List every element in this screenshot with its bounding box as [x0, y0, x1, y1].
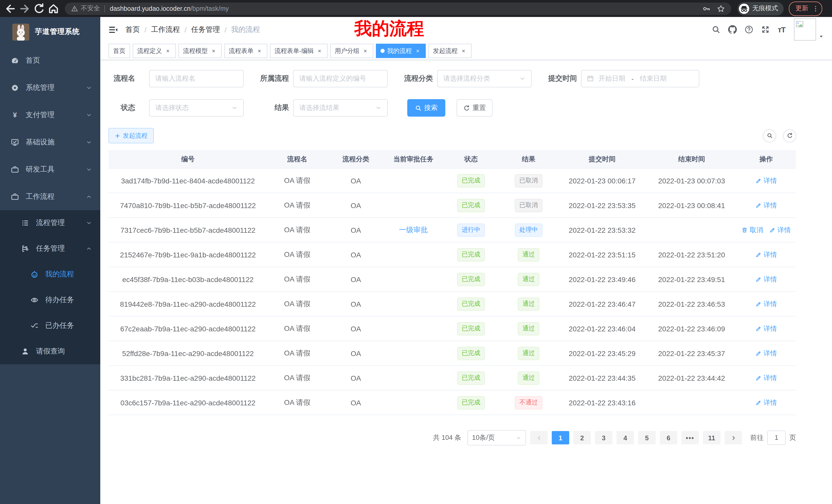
page-button-4[interactable]: 4: [617, 431, 634, 444]
browser-menu-icon[interactable]: [812, 5, 819, 12]
result-badge: 处理中: [515, 223, 543, 236]
fullscreen-icon[interactable]: [761, 25, 770, 34]
cell-actions: 详情: [736, 291, 796, 316]
action-详情[interactable]: 详情: [755, 176, 777, 185]
close-icon[interactable]: ×: [460, 48, 467, 54]
update-button[interactable]: 更新: [789, 1, 822, 16]
tab-流程表单[interactable]: 流程表单×: [224, 44, 267, 58]
action-取消[interactable]: 取消: [742, 225, 763, 234]
sidebar-item-基础设施[interactable]: 基础设施: [0, 129, 100, 156]
close-icon[interactable]: ×: [414, 48, 421, 54]
current-task-link[interactable]: 一级审批: [399, 225, 428, 233]
refresh-table-button[interactable]: [783, 129, 796, 142]
sidebar-item-已办任务[interactable]: 已办任务: [0, 313, 100, 339]
pen-icon: [755, 399, 761, 405]
tab-流程模型[interactable]: 流程模型×: [178, 44, 222, 58]
more-pages-button[interactable]: •••: [681, 431, 699, 444]
font-size-icon[interactable]: тT: [778, 25, 785, 34]
page-button-5[interactable]: 5: [638, 431, 656, 444]
yen-icon: ¥: [11, 111, 19, 119]
status-select[interactable]: 请选择状态: [149, 99, 244, 117]
sidebar-item-label: 支付管理: [26, 110, 54, 119]
action-详情[interactable]: 详情: [755, 201, 777, 210]
result-select[interactable]: 请选择流结果: [293, 99, 388, 117]
action-详情[interactable]: 详情: [755, 324, 777, 333]
breadcrumb-item[interactable]: 任务管理: [191, 25, 220, 34]
action-详情[interactable]: 详情: [755, 299, 777, 309]
user-avatar[interactable]: [794, 19, 824, 40]
process-name-input[interactable]: 请输入流程名: [149, 70, 244, 87]
breadcrumb-item[interactable]: 工作流程: [151, 25, 180, 34]
page-button-6[interactable]: 6: [660, 431, 677, 444]
goto-page-input[interactable]: 1: [767, 430, 786, 445]
bookmark-star-icon[interactable]: [717, 4, 725, 12]
sidebar-item-label: 流程管理: [36, 218, 65, 228]
tab-用户分组[interactable]: 用户分组×: [330, 44, 373, 58]
toggle-search-button[interactable]: [763, 129, 776, 142]
page-button-2[interactable]: 2: [573, 431, 591, 444]
action-详情[interactable]: 详情: [755, 348, 777, 358]
tab-流程定义[interactable]: 流程定义×: [133, 44, 176, 58]
sidebar-item-研发工具[interactable]: 研发工具: [0, 156, 100, 183]
total-count: 共 104 条: [433, 433, 461, 442]
tab-流程表单-编辑[interactable]: 流程表单-编辑×: [270, 44, 328, 58]
category-select[interactable]: 请选择流程分类: [437, 70, 532, 87]
close-icon[interactable]: ×: [362, 48, 369, 54]
forward-icon[interactable]: [19, 2, 31, 15]
reload-icon[interactable]: [33, 2, 45, 15]
action-详情[interactable]: 详情: [755, 250, 777, 259]
action-详情[interactable]: 详情: [755, 398, 777, 407]
cell-actions: 详情: [736, 168, 796, 193]
tab-首页[interactable]: 首页: [108, 44, 130, 58]
action-详情[interactable]: 详情: [755, 373, 777, 383]
security-label[interactable]: 不安全: [81, 4, 100, 13]
search-icon[interactable]: [712, 25, 721, 34]
cell-name: OA 请假: [267, 390, 327, 415]
start-date-placeholder[interactable]: 开始日期: [599, 74, 625, 83]
sidebar-item-支付管理[interactable]: ¥支付管理: [0, 101, 100, 129]
tab-我的流程[interactable]: 我的流程×: [376, 44, 426, 58]
key-icon[interactable]: [702, 4, 711, 12]
sidebar-item-首页[interactable]: 首页: [0, 47, 100, 74]
tab-label: 流程定义: [137, 47, 162, 55]
cell-name: OA 请假: [267, 193, 327, 218]
breadcrumb-item[interactable]: 首页: [126, 25, 140, 34]
page-button-11[interactable]: 11: [703, 431, 721, 444]
reset-button[interactable]: 重置: [457, 99, 493, 117]
cell-name: OA 请假: [267, 291, 327, 316]
prev-page-button[interactable]: [530, 431, 548, 444]
close-icon[interactable]: ×: [316, 48, 323, 54]
action-详情[interactable]: 详情: [769, 225, 791, 234]
page-button-1[interactable]: 1: [552, 431, 569, 444]
sidebar-item-我的流程[interactable]: 我的流程: [0, 261, 100, 287]
next-page-button[interactable]: [725, 431, 742, 444]
cell-status: 已完成: [442, 291, 500, 316]
help-icon[interactable]: [745, 25, 754, 34]
search-button[interactable]: 搜索: [407, 99, 445, 117]
page-button-3[interactable]: 3: [595, 431, 613, 444]
sidebar-item-任务管理[interactable]: 任务管理: [0, 236, 100, 261]
end-date-placeholder[interactable]: 结束日期: [640, 74, 667, 83]
sidebar-item-工作流程[interactable]: 工作流程: [0, 183, 100, 210]
sidebar-item-请假查询[interactable]: 请假查询: [0, 339, 100, 364]
sidebar-item-待办任务[interactable]: 待办任务: [0, 287, 100, 313]
tab-发起流程[interactable]: 发起流程×: [428, 44, 471, 58]
page-size-select[interactable]: 10条/页: [467, 430, 526, 445]
avatar-caret-icon[interactable]: [818, 34, 824, 39]
sidebar-item-系统管理[interactable]: 系统管理: [0, 74, 100, 101]
process-def-input[interactable]: 请输入流程定义的编号: [293, 70, 388, 87]
close-icon[interactable]: ×: [256, 48, 263, 54]
sidebar-collapse-icon[interactable]: [108, 25, 118, 34]
back-icon[interactable]: [4, 2, 17, 15]
submit-time-range[interactable]: 开始日期 - 结束日期: [581, 70, 699, 87]
github-icon[interactable]: [728, 25, 737, 34]
home-icon[interactable]: [47, 2, 60, 15]
close-icon[interactable]: ×: [164, 48, 171, 54]
action-详情[interactable]: 详情: [755, 275, 777, 284]
create-process-button[interactable]: 发起流程: [108, 128, 154, 143]
incognito-badge[interactable]: 无痕模式: [737, 2, 784, 15]
result-badge: 不通过: [515, 396, 543, 409]
sidebar-item-流程管理[interactable]: 流程管理: [0, 210, 100, 236]
close-icon[interactable]: ×: [210, 48, 217, 54]
address-bar[interactable]: 不安全 dashboard.yudao.iocoder.cn /bpm/task…: [65, 2, 731, 15]
